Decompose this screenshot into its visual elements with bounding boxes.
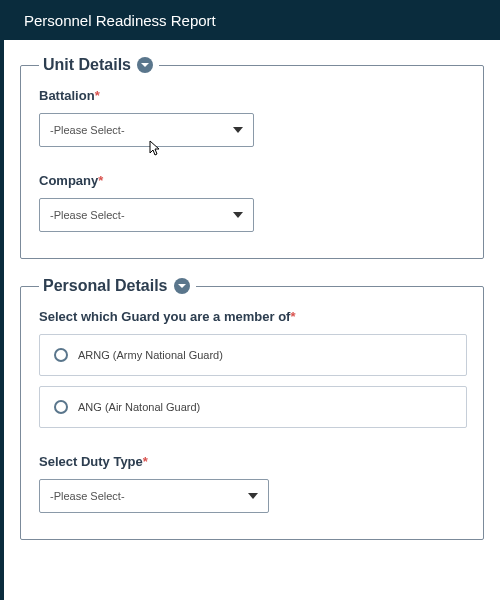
duty-select[interactable]: -Please Select-: [39, 479, 269, 513]
personal-details-section: Personal Details Select which Guard you …: [20, 277, 484, 540]
radio-label: ARNG (Army National Guard): [78, 349, 223, 361]
caret-down-icon: [233, 212, 243, 218]
form-body: Unit Details Battalion* -Please Select- …: [0, 40, 500, 574]
caret-down-icon: [233, 127, 243, 133]
guard-label: Select which Guard you are a member of*: [39, 309, 467, 324]
guard-option-arng[interactable]: ARNG (Army National Guard): [39, 334, 467, 376]
guard-option-ang[interactable]: ANG (Air Natonal Guard): [39, 386, 467, 428]
select-value: -Please Select-: [50, 124, 125, 136]
company-select[interactable]: -Please Select-: [39, 198, 254, 232]
accent-bar: [0, 0, 4, 600]
battalion-field: Battalion* -Please Select-: [39, 88, 467, 147]
required-mark: *: [95, 88, 100, 103]
legend-text: Unit Details: [43, 56, 131, 74]
required-mark: *: [98, 173, 103, 188]
page-header: Personnel Readiness Report: [0, 0, 500, 40]
radio-icon: [54, 348, 68, 362]
duty-label: Select Duty Type*: [39, 454, 467, 469]
radio-icon: [54, 400, 68, 414]
company-label: Company*: [39, 173, 467, 188]
guard-field: Select which Guard you are a member of* …: [39, 309, 467, 428]
unit-details-section: Unit Details Battalion* -Please Select- …: [20, 56, 484, 259]
page-title: Personnel Readiness Report: [24, 12, 216, 29]
select-value: -Please Select-: [50, 490, 125, 502]
battalion-select[interactable]: -Please Select-: [39, 113, 254, 147]
caret-down-icon: [248, 493, 258, 499]
company-field: Company* -Please Select-: [39, 173, 467, 232]
required-mark: *: [143, 454, 148, 469]
label-text: Select Duty Type: [39, 454, 143, 469]
unit-details-legend[interactable]: Unit Details: [39, 56, 159, 74]
label-text: Company: [39, 173, 98, 188]
personal-details-legend[interactable]: Personal Details: [39, 277, 196, 295]
required-mark: *: [290, 309, 295, 324]
chevron-down-icon[interactable]: [174, 278, 190, 294]
label-text: Select which Guard you are a member of: [39, 309, 290, 324]
select-value: -Please Select-: [50, 209, 125, 221]
label-text: Battalion: [39, 88, 95, 103]
radio-label: ANG (Air Natonal Guard): [78, 401, 200, 413]
legend-text: Personal Details: [43, 277, 168, 295]
chevron-down-icon[interactable]: [137, 57, 153, 73]
duty-field: Select Duty Type* -Please Select-: [39, 454, 467, 513]
battalion-label: Battalion*: [39, 88, 467, 103]
